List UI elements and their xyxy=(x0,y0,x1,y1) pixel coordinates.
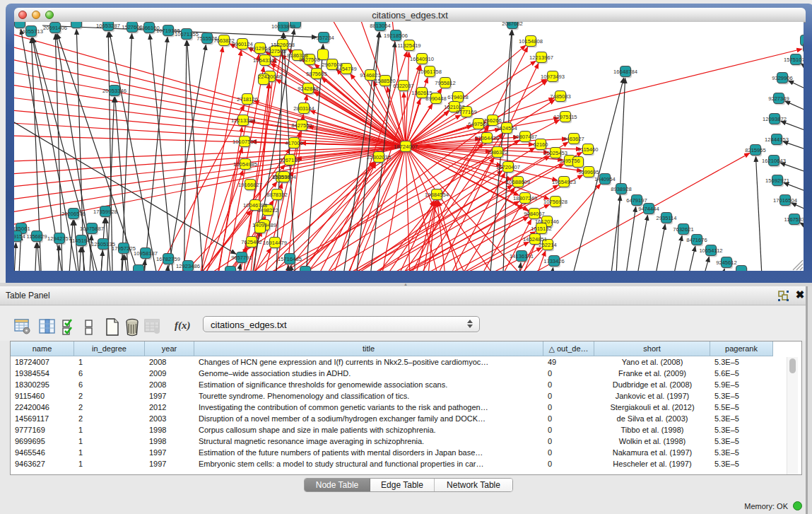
table-row[interactable]: 969969511998Structural magnetic resonanc… xyxy=(11,436,773,447)
table-cell[interactable]: 2003 xyxy=(145,413,194,424)
table-cell[interactable]: Jankovic et al. (1997) xyxy=(594,390,710,402)
table-scrollbar-thumb[interactable] xyxy=(789,358,796,373)
graph-node[interactable] xyxy=(300,267,312,271)
table-cell[interactable]: Hescheler et al. (1997) xyxy=(594,458,710,469)
table-cell[interactable]: 9463627 xyxy=(11,458,74,469)
table-cell[interactable]: 0 xyxy=(543,413,594,424)
table-cell[interactable]: Tourette syndrome. Phenomenology and cla… xyxy=(194,390,543,402)
canvas-resize-grip-icon[interactable] xyxy=(793,260,803,270)
table-cell[interactable]: 9699695 xyxy=(11,436,74,447)
table-row[interactable]: 1456911722003Disruption of a novel membe… xyxy=(11,413,773,424)
table-row[interactable]: 1938455462009Genome–wide association stu… xyxy=(11,368,773,379)
table-cell[interactable]: 9777169 xyxy=(11,424,74,436)
table-scrollbar[interactable] xyxy=(787,357,798,474)
table-cell[interactable]: 5.5E–5 xyxy=(710,402,773,413)
table-cell[interactable]: 2008 xyxy=(145,356,194,368)
table-cell[interactable]: 2008 xyxy=(145,379,194,390)
table-cell[interactable]: 9465546 xyxy=(11,447,74,458)
column-header-short[interactable]: short xyxy=(594,341,710,356)
table-cell[interactable]: 2012 xyxy=(145,402,194,413)
table-cell[interactable]: Structural magnetic resonance image aver… xyxy=(194,436,543,447)
table-cell[interactable]: 2 xyxy=(74,390,145,402)
table-cell[interactable]: 0 xyxy=(543,390,594,402)
table-cell[interactable]: Yano et al. (2008) xyxy=(594,356,710,368)
table-row[interactable]: 977716911998Corpus callosum shape and si… xyxy=(11,424,773,436)
table-cell[interactable]: 6 xyxy=(74,379,145,390)
table-cell[interactable]: 6 xyxy=(74,368,145,379)
table-cell[interactable]: Disruption of a novel member of a sodium… xyxy=(194,413,543,424)
float-panel-icon[interactable] xyxy=(778,291,789,301)
graph-node[interactable] xyxy=(134,265,146,271)
graph-node[interactable] xyxy=(736,266,748,271)
column-header-title[interactable]: title xyxy=(194,341,543,356)
table-cell[interactable]: Stergiakouli et al. (2012) xyxy=(594,402,710,413)
table-row[interactable]: 946554611997Estimation of the future num… xyxy=(11,447,773,458)
column-header-out_de[interactable]: △ out_de… xyxy=(543,341,594,356)
show-columns-icon[interactable] xyxy=(39,318,56,338)
network-graph[interactable]: 1405571320691406106532871527602646616010… xyxy=(14,22,804,271)
table-cell[interactable]: 9115460 xyxy=(11,390,74,402)
table-cell[interactable]: 5.6E–5 xyxy=(710,368,773,379)
table-cell[interactable]: Nakamura et al. (1997) xyxy=(594,447,710,458)
table-cell[interactable]: 0 xyxy=(543,458,594,469)
table-row[interactable]: 946362711997Embryonic stem cells: a mode… xyxy=(11,458,773,469)
graph-node[interactable] xyxy=(71,22,83,30)
table-cell[interactable]: de Silva et al. (2003) xyxy=(594,413,710,424)
graph-node[interactable] xyxy=(225,267,237,271)
table-cell[interactable]: 0 xyxy=(543,436,594,447)
table-cell[interactable]: 5.3E–5 xyxy=(710,356,773,368)
function-builder-icon[interactable]: f(x) xyxy=(175,320,191,332)
column-header-in_degree[interactable]: in_degree xyxy=(74,341,145,356)
table-cell[interactable]: 18300295 xyxy=(11,379,74,390)
unselect-all-icon[interactable] xyxy=(84,318,94,339)
tab-node-table[interactable]: Node Table xyxy=(305,479,370,491)
graph-node[interactable] xyxy=(804,42,804,54)
table-cell[interactable]: 1 xyxy=(74,447,145,458)
table-cell[interactable]: 1998 xyxy=(145,424,194,436)
select-all-icon[interactable] xyxy=(62,318,78,339)
table-cell[interactable]: Changes of HCN gene expression and I(f) … xyxy=(194,356,543,368)
table-cell[interactable]: Estimation of the future numbers of pati… xyxy=(194,447,543,458)
table-cell[interactable]: 2 xyxy=(74,413,145,424)
table-row[interactable]: 2242004622012Investigating the contribut… xyxy=(11,402,773,413)
table-cell[interactable]: 1997 xyxy=(145,447,194,458)
table-cell[interactable]: Embryonic stem cells: a model to study s… xyxy=(194,458,543,469)
close-panel-icon[interactable]: ✖ xyxy=(794,289,806,300)
table-cell[interactable]: 2 xyxy=(74,402,145,413)
table-cell[interactable]: 0 xyxy=(543,368,594,379)
table-cell[interactable]: 0 xyxy=(543,379,594,390)
new-column-icon[interactable] xyxy=(105,318,120,339)
table-cell[interactable]: 14569117 xyxy=(11,413,74,424)
table-cell[interactable]: 1997 xyxy=(145,390,194,402)
table-options-icon[interactable] xyxy=(14,318,31,338)
table-cell[interactable]: 5.9E–5 xyxy=(710,379,773,390)
table-cell[interactable]: 18724007 xyxy=(11,356,74,368)
table-row[interactable]: 911546021997Tourette syndrome. Phenomeno… xyxy=(11,390,773,402)
table-cell[interactable]: 1 xyxy=(74,436,145,447)
tab-network-table[interactable]: Network Table xyxy=(435,479,512,491)
table-cell[interactable]: Genome–wide association studies in ADHD. xyxy=(194,368,543,379)
table-cell[interactable]: 1 xyxy=(74,458,145,469)
table-cell[interactable]: 5.3E–5 xyxy=(710,436,773,447)
table-cell[interactable]: 1 xyxy=(74,424,145,436)
table-cell[interactable]: 1998 xyxy=(145,436,194,447)
table-select-dropdown[interactable]: citations_edges.txt xyxy=(203,316,480,332)
table-cell[interactable]: Wolkin et al. (1998) xyxy=(594,436,710,447)
window-titlebar[interactable]: citations_edges.txt xyxy=(14,8,806,23)
table-cell[interactable]: 2009 xyxy=(145,368,194,379)
delete-table-icon[interactable] xyxy=(144,318,161,338)
column-header-pagerank[interactable]: pagerank xyxy=(710,341,773,356)
network-canvas[interactable]: 1405571320691406106532871527602646616010… xyxy=(14,22,804,271)
column-header-name[interactable]: name xyxy=(11,341,74,356)
table-cell[interactable]: 5.3E–5 xyxy=(710,390,773,402)
table-row[interactable]: 1830029562008Estimation of significance … xyxy=(11,379,773,390)
table-cell[interactable]: Corpus callosum shape and size in male p… xyxy=(194,424,543,436)
table-cell[interactable]: 0 xyxy=(543,402,594,413)
splitter-grip-icon[interactable]: ▲ xyxy=(404,284,409,286)
table-cell[interactable]: 0 xyxy=(543,447,594,458)
table-cell[interactable]: 1997 xyxy=(145,458,194,469)
table-cell[interactable]: Estimation of significance thresholds fo… xyxy=(194,379,543,390)
table-cell[interactable]: Investigating the contribution of common… xyxy=(194,402,543,413)
tab-edge-table[interactable]: Edge Table xyxy=(370,479,435,491)
delete-column-icon[interactable] xyxy=(124,318,141,339)
